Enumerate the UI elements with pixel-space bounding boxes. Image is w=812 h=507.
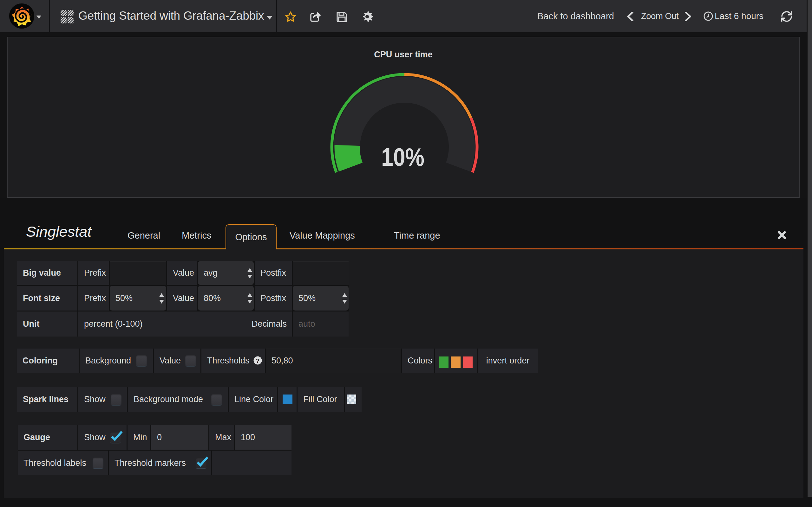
svg-text:10%: 10% [381,143,424,171]
svg-text:?: ? [256,357,260,364]
